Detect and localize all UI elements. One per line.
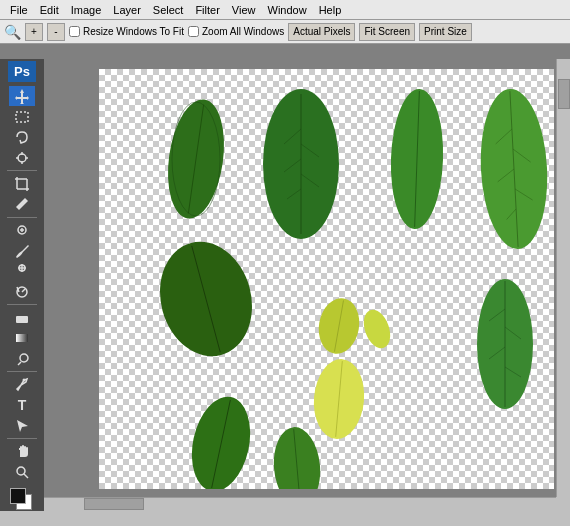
- optionsbar: 🔍 + - Resize Windows To Fit Zoom All Win…: [0, 20, 570, 44]
- svg-point-23: [23, 379, 26, 382]
- tool-separator-5: [7, 438, 37, 439]
- svg-point-2: [18, 154, 26, 162]
- menu-layer[interactable]: Layer: [107, 2, 147, 18]
- tool-separator-2: [7, 217, 37, 218]
- foreground-color[interactable]: [10, 488, 26, 504]
- menu-filter[interactable]: Filter: [189, 2, 225, 18]
- svg-line-22: [18, 362, 21, 365]
- svg-point-50: [359, 306, 395, 352]
- marquee-tool[interactable]: [9, 106, 35, 127]
- leaves-layer: [99, 69, 554, 489]
- svg-rect-20: [16, 334, 28, 342]
- eraser-tool[interactable]: [9, 307, 35, 328]
- quick-select-tool[interactable]: [9, 148, 35, 169]
- svg-line-18: [22, 289, 25, 292]
- healing-tool[interactable]: [9, 220, 35, 241]
- zoom-tool-icon: 🔍: [4, 24, 21, 40]
- h-scroll-thumb[interactable]: [84, 498, 144, 510]
- ps-logo: Ps: [8, 61, 36, 82]
- eyedropper-tool[interactable]: [9, 194, 35, 215]
- svg-point-61: [271, 425, 324, 489]
- svg-point-21: [20, 354, 28, 362]
- zoom-out-button[interactable]: -: [47, 23, 65, 41]
- svg-rect-1: [16, 112, 28, 122]
- svg-point-59: [184, 391, 259, 489]
- v-scroll-thumb[interactable]: [558, 79, 570, 109]
- svg-marker-0: [15, 89, 29, 104]
- hand-tool[interactable]: [9, 441, 35, 462]
- gradient-tool[interactable]: [9, 328, 35, 349]
- menu-window[interactable]: Window: [262, 2, 313, 18]
- svg-point-25: [17, 467, 25, 475]
- tool-separator-4: [7, 371, 37, 372]
- svg-marker-24: [17, 420, 28, 432]
- lasso-tool[interactable]: [9, 127, 35, 148]
- pen-tool[interactable]: [9, 374, 35, 395]
- horizontal-scrollbar[interactable]: [44, 497, 556, 511]
- tool-separator-1: [7, 170, 37, 171]
- history-tool[interactable]: [9, 282, 35, 303]
- zoom-all-windows-checkbox[interactable]: Zoom All Windows: [188, 26, 284, 37]
- zoom-in-button[interactable]: +: [25, 23, 43, 41]
- dodge-tool[interactable]: [9, 349, 35, 370]
- menu-file[interactable]: File: [4, 2, 34, 18]
- actual-pixels-button[interactable]: Actual Pixels: [288, 23, 355, 41]
- menu-view[interactable]: View: [226, 2, 262, 18]
- move-tool[interactable]: [9, 86, 35, 107]
- svg-rect-19: [16, 316, 28, 323]
- path-select-tool[interactable]: [9, 416, 35, 437]
- type-tool[interactable]: T: [9, 395, 35, 416]
- crop-tool[interactable]: [9, 173, 35, 194]
- color-swatches[interactable]: [8, 486, 36, 510]
- document-canvas: [99, 69, 554, 489]
- menubar: File Edit Image Layer Select Filter View…: [0, 0, 570, 20]
- svg-line-26: [24, 474, 28, 478]
- tool-separator-3: [7, 304, 37, 305]
- menu-edit[interactable]: Edit: [34, 2, 65, 18]
- resize-windows-checkbox[interactable]: Resize Windows To Fit: [69, 26, 184, 37]
- menu-select[interactable]: Select: [147, 2, 190, 18]
- zoom-view-tool[interactable]: [9, 462, 35, 483]
- vertical-scrollbar[interactable]: [556, 59, 570, 497]
- clone-tool[interactable]: [9, 261, 35, 282]
- brush-tool[interactable]: [9, 240, 35, 261]
- scroll-corner: [556, 497, 570, 511]
- menu-help[interactable]: Help: [313, 2, 348, 18]
- menu-image[interactable]: Image: [65, 2, 108, 18]
- fit-screen-button[interactable]: Fit Screen: [359, 23, 415, 41]
- print-size-button[interactable]: Print Size: [419, 23, 472, 41]
